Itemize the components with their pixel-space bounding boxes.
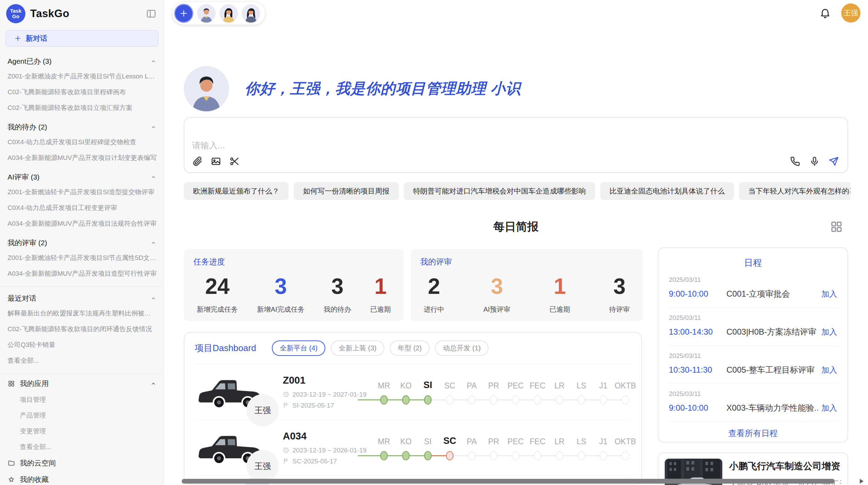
- horizontal-scrollbar-thumb[interactable]: [182, 479, 835, 484]
- image-icon[interactable]: [210, 156, 221, 167]
- phone-icon[interactable]: [790, 156, 801, 167]
- milestone-dot: [468, 395, 475, 405]
- sidebar-item[interactable]: C02-飞腾新能源轻客改款项目里程碑画布: [6, 84, 158, 100]
- recent-chat-item[interactable]: C02-飞腾新能源轻客改款项目的闭环通告反馈情况: [6, 321, 158, 337]
- project-car-image: 王强: [195, 425, 268, 470]
- schedule-entries: 2025/03/119:00-10:00C001-立项审批会加入2025/03/…: [668, 270, 838, 422]
- recent-chats-header[interactable]: 最近对话: [8, 294, 157, 303]
- milestone-labels: MRKOSISCPAPRPECFECLRLSJ1OKTB: [373, 379, 636, 390]
- recent-chat-item[interactable]: 解释最新出台的欧盟报废车法规再生塑料比例被调至15%...: [6, 306, 158, 321]
- schedule-entry: 2025/03/119:00-10:00C001-立项审批会加入: [668, 270, 838, 308]
- sidebar-group-header[interactable]: Agent已办 (3): [8, 57, 157, 66]
- sidebar-item[interactable]: A034-全新新能源MUV产品开发项目造型可行性评审: [6, 266, 158, 282]
- layout-grid-icon[interactable]: [830, 220, 843, 234]
- dashboard-tab[interactable]: 全新平台 (4): [272, 340, 325, 356]
- milestone-label: SC: [439, 381, 461, 390]
- member-avatar[interactable]: [219, 4, 238, 23]
- suggestion-chip[interactable]: 如何写一份清晰的项目周报: [294, 182, 399, 200]
- sidebar-item[interactable]: Z001-全新燃油皮卡产品开发项目SI节点Lesson Learn报告: [6, 69, 158, 84]
- milestone-label: PEC: [505, 381, 527, 390]
- milestone-dot: [578, 451, 585, 460]
- schedule-event-title: C001-立项审批会: [726, 288, 818, 299]
- member-avatar[interactable]: [197, 4, 216, 23]
- suggestion-chip[interactable]: 当下年轻人对汽车外观有怎样的喜好趋势: [739, 182, 851, 200]
- milestone-dot: [402, 451, 410, 460]
- sidebar-collapse-icon[interactable]: [146, 8, 157, 19]
- project-flag-label: SI-2025-05-17: [292, 402, 334, 409]
- chevron-up-icon: [150, 58, 157, 65]
- project-row[interactable]: 王强Z0012023-12-19 ~ 2027-01-19SI-2025-05-…: [195, 364, 631, 420]
- new-chat-button[interactable]: 新对话: [5, 30, 158, 47]
- milestone-label: MR: [373, 437, 395, 446]
- sidebar-item[interactable]: A034-全新新能源MUV产品开发项目计划变更表编写: [6, 150, 158, 166]
- user-avatar[interactable]: 王强: [841, 3, 860, 23]
- chat-input-placeholder: 请输入...: [192, 140, 225, 151]
- join-meeting-link[interactable]: 加入: [821, 365, 837, 375]
- stat-label: 新增AI完成任务: [257, 305, 305, 314]
- sidebar-app-item[interactable]: 项目管理: [6, 392, 158, 408]
- view-all-chats-link[interactable]: 查看全部...: [6, 353, 158, 369]
- sidebar-app-item[interactable]: 产品管理: [6, 408, 158, 423]
- milestone-label: MR: [373, 381, 395, 390]
- sidebar-item[interactable]: C02-飞腾新能源轻客改款项目立项汇报方案: [6, 100, 158, 116]
- dashboard-tab[interactable]: 年型 (2): [390, 340, 430, 356]
- scrollbar-right-arrow-icon[interactable]: [860, 479, 864, 484]
- notifications-bell-icon[interactable]: [819, 7, 831, 19]
- sidebar-group-title: 我的待办 (2): [8, 122, 47, 132]
- chat-input-card[interactable]: 请输入...: [184, 117, 848, 173]
- paperclip-icon[interactable]: [192, 156, 203, 167]
- schedule-time: 10:30-11:30: [669, 365, 726, 375]
- join-meeting-link[interactable]: 加入: [821, 403, 837, 413]
- sidebar-item[interactable]: C0X4-动力总成开发项目SI里程碑提交物检查: [6, 134, 158, 150]
- sidebar-item-folder[interactable]: 我的云空间: [6, 455, 158, 471]
- app-root: Task Go TaskGo 新对话 Agent已办 (3)Z001-全新燃油皮…: [0, 0, 868, 485]
- mic-icon[interactable]: [809, 156, 820, 167]
- recent-chat-item[interactable]: 公司Q3轻卡销量: [6, 337, 158, 353]
- sidebar-group-header[interactable]: AI评审 (3): [8, 172, 157, 182]
- scissors-icon[interactable]: [229, 156, 240, 167]
- sidebar-group-header[interactable]: 我的待办 (2): [8, 122, 157, 132]
- folder-icon: [8, 459, 15, 467]
- topbar-right: 王强: [819, 3, 860, 23]
- add-member-button[interactable]: [174, 4, 193, 23]
- member-avatar[interactable]: [242, 4, 260, 23]
- suggestion-chip[interactable]: 欧洲新规最近颁布了什么？: [184, 182, 289, 200]
- milestone-label: FEC: [527, 381, 548, 390]
- dashboard-tab[interactable]: 全新上装 (3): [331, 340, 384, 356]
- stat-label: 已逾期: [370, 305, 391, 314]
- sidebar-item-star[interactable]: 我的收藏: [6, 471, 158, 485]
- stat-label: AI预评审: [483, 305, 510, 314]
- milestone-dot: [402, 395, 410, 405]
- stat-value: 1: [554, 275, 566, 297]
- sidebar-item[interactable]: A034-全新新能源MUV产品开发项目法规符合性评审: [6, 216, 158, 232]
- stats-cards: 任务进度24新增完成任务3新增AI完成任务3我的待办1已逾期我的评审2进行中3A…: [184, 249, 643, 321]
- sidebar-item[interactable]: Z001-全新燃油轻卡产品开发项目SI节点属性5D文件评审: [6, 250, 158, 266]
- view-all-schedule-link[interactable]: 查看所有日程: [668, 422, 838, 442]
- join-meeting-link[interactable]: 加入: [821, 327, 837, 337]
- schedule-event-title: C005-整车工程目标评审: [726, 364, 818, 375]
- join-meeting-link[interactable]: 加入: [821, 289, 837, 299]
- daily-brief-title: 每日简报: [184, 219, 848, 235]
- sidebar-item[interactable]: Z001-全新燃油轻卡产品开发项目SI造型提交物评审: [6, 184, 158, 200]
- dashboard-tab[interactable]: 动总开发 (1): [435, 340, 489, 356]
- milestone-label: PR: [483, 437, 505, 446]
- sidebar-item[interactable]: C0X4-动力总成开发项目工程变更评审: [6, 200, 158, 216]
- greeting-text: 你好，王强，我是你的项目管理助理 小识: [245, 79, 521, 99]
- milestone-label: OKTB: [614, 437, 636, 446]
- sidebar-group-header[interactable]: 我的评审 (2): [8, 238, 157, 248]
- chevron-up-icon: [150, 240, 157, 246]
- suggestion-chip[interactable]: 特朗普可能对进口汽车增税会对中国车企造成哪些影响: [404, 182, 595, 200]
- clock-icon: [283, 447, 289, 453]
- schedule-time: 9:00-10:00: [669, 289, 726, 299]
- schedule-date: 2025/03/11: [669, 314, 837, 322]
- dashboard-title: 项目Dashboard: [195, 342, 256, 354]
- sidebar-group-title: 我的评审 (2): [8, 238, 47, 248]
- sidebar-group-title: Agent已办 (3): [8, 57, 51, 66]
- view-all-apps-link[interactable]: 查看全部...: [6, 439, 158, 455]
- sidebar-item-my-apps[interactable]: 我的应用: [6, 375, 158, 392]
- sidebar-app-item[interactable]: 变更管理: [6, 423, 158, 439]
- send-icon[interactable]: [828, 156, 839, 167]
- project-row[interactable]: 王强A0342023-12-19 ~ 2026-01-19SC-2025-05-…: [195, 420, 631, 476]
- milestone-dot: [556, 451, 563, 460]
- suggestion-chip[interactable]: 比亚迪全固态电池计划具体说了什么: [600, 182, 734, 200]
